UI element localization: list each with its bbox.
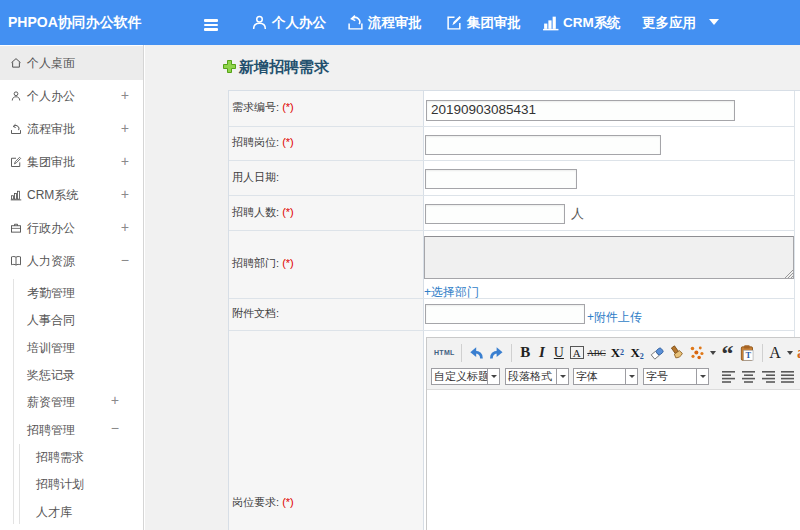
- svg-text:T: T: [746, 351, 752, 360]
